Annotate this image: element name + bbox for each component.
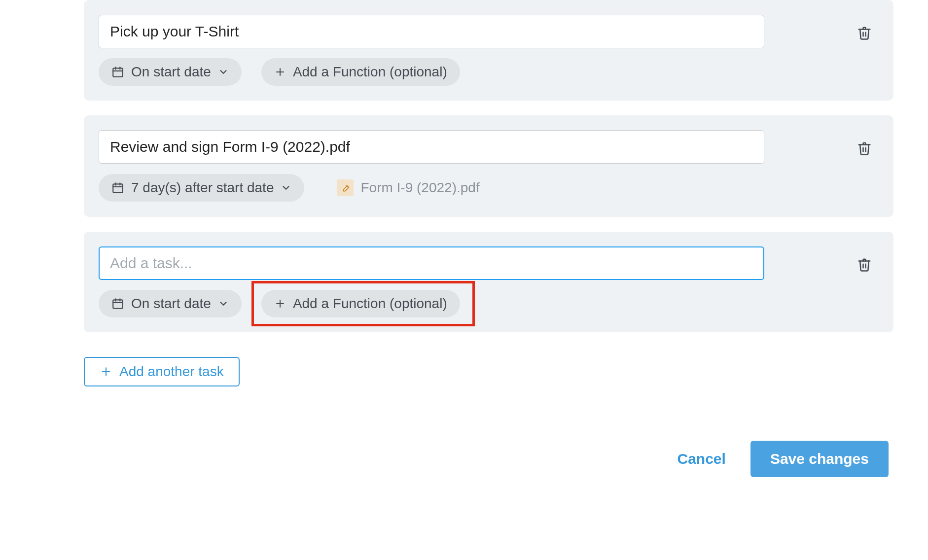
plus-icon [274, 298, 286, 310]
trash-icon [857, 26, 872, 40]
delete-task-button[interactable] [855, 24, 874, 44]
task-title-input[interactable] [99, 15, 764, 48]
footer-actions: Cancel Save changes [84, 441, 893, 477]
due-date-pill[interactable]: On start date [99, 290, 242, 317]
add-another-task-button[interactable]: Add another task [84, 357, 240, 386]
task-title-input[interactable] [99, 246, 764, 280]
calendar-icon [111, 66, 124, 78]
calendar-icon [111, 297, 124, 310]
chevron-down-icon [218, 67, 229, 77]
chevron-down-icon [281, 182, 291, 193]
cancel-button[interactable]: Cancel [677, 451, 725, 467]
attachment-label: Form I-9 (2022).pdf [360, 180, 479, 196]
due-date-label: 7 day(s) after start date [131, 180, 274, 196]
trash-icon [857, 257, 872, 272]
svg-rect-8 [113, 184, 123, 192]
delete-task-button[interactable] [855, 139, 874, 159]
save-changes-button[interactable]: Save changes [750, 441, 889, 477]
add-function-label: Add a Function (optional) [293, 296, 447, 312]
due-date-pill[interactable]: On start date [99, 58, 242, 86]
due-date-label: On start date [131, 64, 211, 80]
task-card: On start date Add a Function (optional) [84, 232, 893, 332]
task-card: 7 day(s) after start date Form I-9 (2022… [84, 115, 893, 217]
add-function-pill[interactable]: Add a Function (optional) [261, 58, 460, 86]
task-title-input[interactable] [99, 130, 764, 164]
add-task-label: Add another task [119, 364, 224, 380]
add-function-pill[interactable]: Add a Function (optional) [261, 290, 460, 317]
svg-rect-0 [113, 68, 123, 76]
plus-icon [100, 365, 112, 378]
chevron-down-icon [218, 298, 229, 309]
calendar-icon [111, 181, 124, 194]
due-date-label: On start date [131, 296, 211, 312]
task-card: On start date Add a Function (optional) [84, 0, 893, 101]
due-date-pill[interactable]: 7 day(s) after start date [99, 174, 304, 202]
delete-task-button[interactable] [855, 255, 874, 276]
svg-rect-14 [113, 300, 123, 308]
trash-icon [857, 141, 872, 156]
pen-sign-icon [337, 179, 354, 196]
add-function-label: Add a Function (optional) [293, 64, 447, 80]
attachment-pill: Form I-9 (2022).pdf [324, 174, 492, 202]
plus-icon [274, 66, 286, 78]
